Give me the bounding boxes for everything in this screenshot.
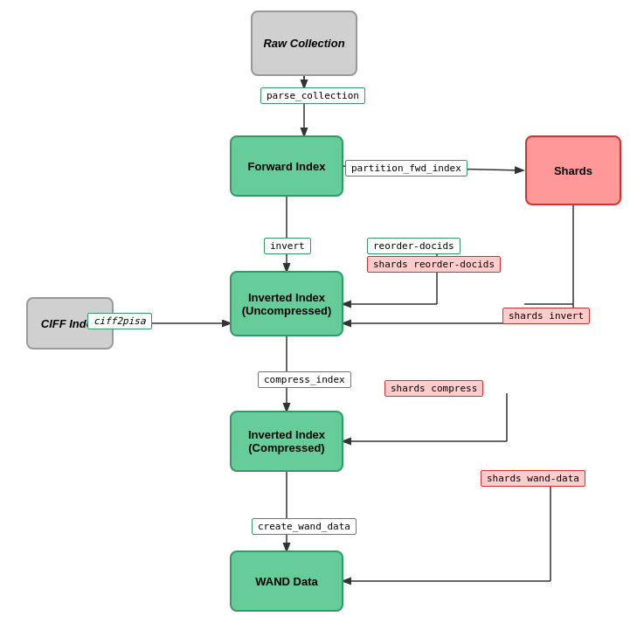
partition-fwd-index-label: partition_fwd_index — [345, 160, 467, 177]
invert-label: invert — [264, 238, 311, 254]
diagram: Raw Collection Forward Index Shards Inve… — [0, 0, 644, 644]
raw-collection-node: Raw Collection — [251, 10, 357, 76]
shards-reorder-docids-label: shards reorder-docids — [367, 256, 501, 273]
inverted-uncompressed-node: Inverted Index(Uncompressed) — [230, 271, 343, 336]
reorder-docids-label: reorder-docids — [367, 238, 460, 254]
parse-collection-label: parse_collection — [260, 87, 365, 104]
create-wand-data-label: create_wand_data — [252, 518, 357, 535]
shards-node: Shards — [525, 135, 621, 205]
compress-index-label: compress_index — [258, 371, 351, 388]
shards-invert-label: shards invert — [502, 308, 590, 324]
inverted-compressed-label: Inverted Index(Compressed) — [248, 428, 325, 454]
shards-wand-data-label: shards wand-data — [481, 470, 585, 487]
shards-compress-label: shards compress — [384, 380, 483, 397]
ciff2pisa-label: ciff2pisa — [87, 313, 152, 329]
forward-index-node: Forward Index — [230, 135, 343, 197]
inverted-compressed-node: Inverted Index(Compressed) — [230, 411, 343, 472]
inverted-uncompressed-label: Inverted Index(Uncompressed) — [242, 291, 332, 317]
wand-data-node: WAND Data — [230, 551, 343, 612]
